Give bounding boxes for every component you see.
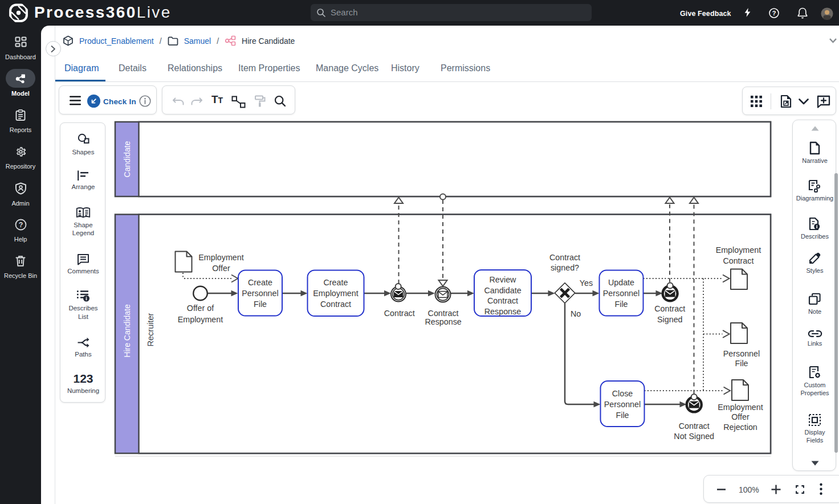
svg-text:Employment: Employment	[718, 403, 763, 412]
svg-text:Not Signed: Not Signed	[674, 432, 714, 441]
svg-text:Personnel: Personnel	[604, 400, 641, 409]
svg-text:signed?: signed?	[551, 263, 579, 272]
svg-text:Create: Create	[324, 278, 348, 287]
svg-text:No: No	[571, 309, 581, 318]
svg-text:Employment: Employment	[178, 315, 223, 324]
svg-text:File: File	[254, 300, 267, 309]
svg-text:Personnel: Personnel	[242, 289, 278, 298]
svg-text:Contract: Contract	[428, 309, 459, 318]
svg-text:Contract: Contract	[679, 421, 710, 431]
svg-text:Contract: Contract	[654, 304, 685, 313]
svg-text:Personnel: Personnel	[603, 289, 640, 298]
svg-text:Candidate: Candidate	[123, 141, 132, 177]
svg-text:Offer: Offer	[731, 412, 750, 421]
svg-text:File: File	[616, 411, 629, 420]
svg-text:Rejection: Rejection	[723, 423, 757, 432]
svg-text:Employment: Employment	[198, 253, 243, 262]
svg-text:Offer: Offer	[212, 264, 230, 273]
svg-text:Response: Response	[425, 317, 461, 326]
svg-text:Update: Update	[608, 278, 634, 287]
svg-text:Employment: Employment	[716, 245, 761, 255]
svg-text:Employment: Employment	[313, 289, 358, 298]
svg-text:File: File	[614, 300, 628, 309]
svg-text:Close: Close	[612, 389, 633, 398]
svg-text:Contract: Contract	[487, 296, 518, 305]
svg-text:File: File	[735, 359, 748, 368]
svg-text:Contract: Contract	[384, 309, 415, 318]
svg-text:Contract: Contract	[723, 256, 754, 265]
svg-text:Signed: Signed	[657, 315, 683, 324]
svg-text:Recruiter: Recruiter	[146, 313, 155, 346]
svg-text:Create: Create	[248, 278, 272, 287]
svg-text:?: ?	[772, 10, 776, 17]
svg-text:?: ?	[18, 221, 23, 229]
svg-text:Hire Candidate: Hire Candidate	[123, 304, 132, 358]
svg-text:Contract: Contract	[320, 300, 351, 309]
svg-text:Yes: Yes	[580, 278, 593, 288]
svg-text:Candidate: Candidate	[484, 286, 521, 295]
svg-text:Contract: Contract	[549, 253, 580, 262]
svg-text:Offer of: Offer of	[187, 304, 214, 313]
svg-text:Personnel: Personnel	[723, 349, 760, 358]
svg-text:Response: Response	[484, 307, 521, 316]
svg-text:Review: Review	[490, 275, 517, 284]
